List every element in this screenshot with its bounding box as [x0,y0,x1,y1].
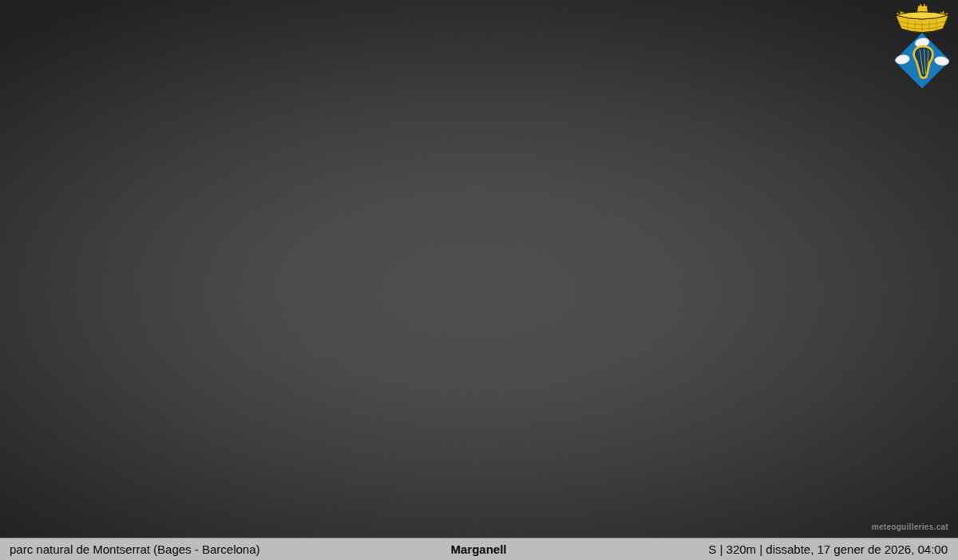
orientation-altitude-datetime: S | 320m | dissabte, 17 gener de 2026, 0… [507,542,958,556]
lozenge-shield-icon [894,33,950,89]
location-name: Marganell [450,542,506,556]
watermark: meteoguilleries.cat [872,523,948,531]
mural-crown-icon [894,4,950,34]
marganell-coat-of-arms-icon [890,3,954,91]
caption-bar: parc natural de Montserrat (Bages - Barc… [0,538,958,560]
grain-overlay [0,0,958,538]
park-region-label: parc natural de Montserrat (Bages - Barc… [0,542,450,556]
webcam-frame: meteoguilleries.cat parc natural de Mont… [0,0,958,560]
webcam-photo: meteoguilleries.cat [0,0,958,538]
